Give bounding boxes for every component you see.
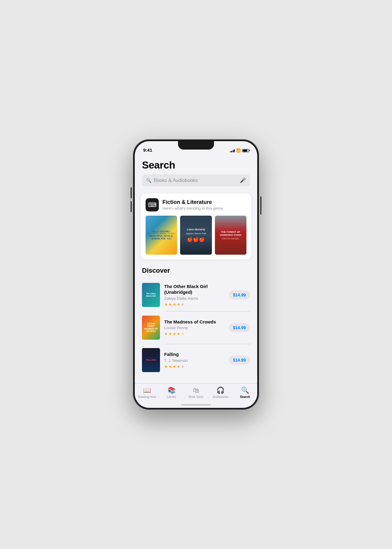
book1-rating: ★ ★ ★ ★ ★ — [164, 302, 225, 307]
phone-frame: 9:41 📶 Search 🔍 B — [133, 139, 259, 410]
tab-library[interactable]: 📚 Library — [159, 387, 184, 399]
discover-title: Discover — [142, 267, 250, 274]
book1-title: BEAUTIFUL WORLD, WHERE ARE YOU — [147, 235, 175, 240]
book2-info: The Madness of Crowds Louise Penny ★ ★ ★… — [164, 319, 225, 336]
book2-price-button[interactable]: $14.99 — [229, 323, 250, 332]
fiction-info: Fiction & Literature Here's what's trend… — [162, 199, 224, 211]
book1-price-button[interactable]: $14.99 — [229, 290, 250, 299]
tab-search[interactable]: 🔍 Search — [233, 387, 257, 399]
content-area: Search 🔍 Books & Audiobooks 🎤 ⌨ Fiction … — [135, 154, 257, 408]
reading-now-icon: 📖 — [143, 387, 151, 394]
star3: ★ — [173, 332, 176, 336]
book2-author: Liane Moriarty — [186, 228, 206, 231]
search-bar[interactable]: 🔍 Books & Audiobooks 🎤 — [142, 174, 250, 186]
status-time: 9:41 — [143, 147, 152, 153]
page-title: Search — [142, 159, 250, 171]
volume-up-button — [131, 187, 132, 198]
book3-author: KRISTIN HARMEL — [217, 238, 245, 240]
star5-empty: ★ — [181, 364, 185, 369]
library-label: Library — [167, 395, 176, 399]
search-icon: 🔍 — [146, 178, 151, 183]
book2-list-author: Louise Penny — [164, 326, 225, 330]
star3: ★ — [173, 302, 176, 307]
microphone-icon[interactable]: 🎤 — [240, 177, 246, 183]
volume-down-button — [131, 201, 132, 212]
signal-icon — [230, 149, 235, 152]
list-item[interactable]: The Other Black Girl The Other Black Gir… — [142, 279, 250, 311]
book1-info: The Other Black Girl (Unabridged) Zakiya… — [164, 284, 225, 307]
book3-rating: ★ ★ ★ ★ ★ — [164, 364, 225, 369]
reading-now-label: Reading Now — [138, 395, 156, 399]
list-item[interactable]: LOUISE PENNY MADNESS OF CROWDS The Madne… — [142, 311, 250, 344]
book-store-label: Book Store — [188, 395, 203, 399]
book1-cover-text: The Other Black Girl — [143, 293, 159, 298]
list-book-cover-3: FALLING — [142, 348, 160, 372]
star1: ★ — [164, 302, 168, 307]
fiction-subtitle: Here's what's trending in this genre. — [162, 206, 224, 211]
list-item[interactable]: FALLING Falling T. J. Newman ★ ★ ★ ★ ★ — [142, 344, 250, 376]
star2: ★ — [168, 364, 172, 369]
star5-empty: ★ — [181, 302, 185, 307]
search-tab-label: Search — [240, 395, 250, 399]
list-book-cover-2: LOUISE PENNY MADNESS OF CROWDS — [142, 316, 160, 340]
tab-audiobooks[interactable]: 🎧 Audiobooks — [208, 387, 233, 399]
star4-half: ★ — [177, 302, 180, 307]
audiobooks-icon: 🎧 — [216, 387, 225, 394]
status-icons: 📶 — [230, 148, 249, 153]
star3: ★ — [173, 364, 176, 369]
search-placeholder[interactable]: Books & Audiobooks — [154, 178, 237, 183]
book1-author: SALLY ROONEY — [147, 230, 175, 232]
tab-reading-now[interactable]: 📖 Reading Now — [135, 387, 159, 399]
book3-cover-text: FALLING — [146, 359, 156, 362]
discover-section: Discover The Other Black Girl The Other … — [135, 264, 257, 376]
search-header: Search 🔍 Books & Audiobooks 🎤 — [135, 154, 257, 189]
star2: ★ — [168, 332, 172, 336]
featured-book-2[interactable]: Liane Moriarty Apples Never Fall 🍎🍎🍎 — [180, 216, 212, 255]
star4: ★ — [177, 364, 180, 369]
featured-books-row: SALLY ROONEY AUTHOR OF NORMAL PEOPLE BEA… — [146, 216, 246, 255]
fiction-card-header: ⌨ Fiction & Literature Here's what's tre… — [146, 198, 246, 211]
book1-subtitle: AUTHOR OF NORMAL PEOPLE — [147, 232, 175, 234]
fiction-card[interactable]: ⌨ Fiction & Literature Here's what's tre… — [141, 193, 251, 259]
book3-price-button[interactable]: $14.99 — [229, 356, 250, 365]
book3-title: THE FOREST OF VANISHING STARS — [217, 231, 245, 236]
notch — [178, 141, 214, 150]
star1: ★ — [164, 364, 168, 369]
book2-rating: ★ ★ ★ ★ ★ — [164, 332, 225, 336]
book3-list-title: Falling — [164, 351, 225, 357]
book2-title: Apples Never Fall — [186, 232, 206, 235]
book1-list-author: Zakiya Dalila Harris — [164, 296, 225, 301]
book3-info: Falling T. J. Newman ★ ★ ★ ★ ★ — [164, 351, 225, 369]
book2-cover-text: LOUISE PENNY MADNESS OF CROWDS — [143, 323, 159, 333]
book3-list-author: T. J. Newman — [164, 358, 225, 363]
featured-book-3[interactable]: THE FOREST OF VANISHING STARS KRISTIN HA… — [215, 216, 246, 255]
featured-book-1[interactable]: SALLY ROONEY AUTHOR OF NORMAL PEOPLE BEA… — [146, 216, 177, 255]
library-icon: 📚 — [167, 387, 176, 394]
star5-half: ★ — [181, 332, 185, 336]
book2-list-title: The Madness of Crowds — [164, 319, 225, 325]
wifi-icon: 📶 — [236, 148, 241, 153]
fiction-genre-icon: ⌨ — [146, 198, 159, 211]
book-store-icon: 🛍 — [193, 387, 199, 394]
book2-decoration: 🍎🍎🍎 — [186, 237, 206, 242]
battery-icon — [242, 149, 249, 152]
star2: ★ — [168, 302, 172, 307]
audiobooks-label: Audiobooks — [213, 395, 228, 399]
book1-list-title: The Other Black Girl (Unabridged) — [164, 284, 225, 295]
power-button — [260, 196, 261, 214]
fiction-title: Fiction & Literature — [162, 199, 224, 205]
tab-book-store[interactable]: 🛍 Book Store — [184, 387, 208, 399]
home-indicator — [181, 404, 211, 405]
list-book-cover-1: The Other Black Girl — [142, 283, 160, 307]
phone-screen: 9:41 📶 Search 🔍 B — [135, 141, 257, 408]
search-tab-icon: 🔍 — [241, 387, 249, 394]
star4: ★ — [177, 332, 180, 336]
star1: ★ — [164, 332, 168, 336]
